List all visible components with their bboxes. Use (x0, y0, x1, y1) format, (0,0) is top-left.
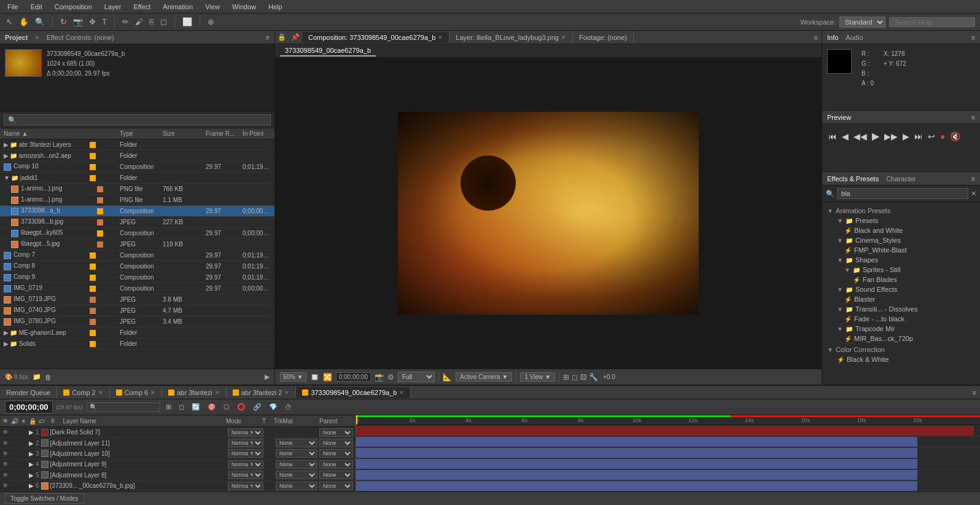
layer4-parent-select[interactable]: None (319, 460, 353, 469)
layer2-expand-icon[interactable]: ▶ (29, 440, 34, 447)
table-row[interactable]: Comp 8 Composition 29.97 0;01;19;29 (0, 261, 274, 272)
workspace-select[interactable]: Standard (839, 17, 885, 28)
layer3-parent-select[interactable]: None (319, 449, 353, 458)
pan-tool[interactable]: ✥ (88, 16, 97, 28)
layer1-visibility-icon[interactable]: 👁 (2, 429, 9, 436)
layer5-trkmat-select[interactable]: None (276, 471, 317, 479)
layer3-visibility-icon[interactable]: 👁 (2, 450, 9, 457)
preview-prev-btn[interactable]: ◀◀ (852, 130, 868, 143)
layer1-expand-icon[interactable]: ▶ (29, 429, 34, 436)
layer4-mode-select[interactable]: Norma ▼ (228, 460, 263, 469)
grid-toggle[interactable]: ⊞ (563, 373, 569, 382)
timeline-tool-9[interactable]: ⏱ (283, 403, 294, 412)
layer-row-1[interactable]: 👁 ▶ 1 [Dark Red Solid 7] Norma ▼ None (0, 427, 356, 437)
shape-tool[interactable]: ⬜ (181, 16, 193, 28)
layer5-mode-select[interactable]: Norma ▼ (228, 471, 263, 479)
timeline-panel-menu[interactable]: ≡ (969, 387, 980, 398)
layer6-parent-select[interactable]: None (319, 482, 353, 490)
layer2-mode-select[interactable]: Norma ▼ (228, 439, 263, 447)
table-row[interactable]: Comp 9 Composition 29.97 0;01;19;29 (0, 272, 274, 283)
timeline-search-input[interactable] (87, 402, 160, 412)
preview-mute-btn[interactable]: 🔇 (949, 130, 962, 143)
layer6-expand-icon[interactable]: ▶ (29, 482, 34, 489)
layer-row-4[interactable]: 👁 ▶ 4 [Adjustment Layer 9] Norma ▼ None … (0, 460, 356, 470)
layer2-visibility-icon[interactable]: 👁 (2, 440, 9, 447)
character-tab[interactable]: Character (886, 175, 916, 182)
color-black-white-item[interactable]: ⚡ Black & White (822, 354, 980, 364)
comp-tab-footage[interactable]: Footage: (none) (573, 32, 634, 43)
menu-help[interactable]: Help (266, 2, 285, 12)
layer6-visibility-icon[interactable]: 👁 (2, 482, 9, 489)
panel-menu-icon[interactable]: ≡ (266, 34, 270, 41)
timeline-tool-1[interactable]: ⊞ (164, 402, 173, 412)
layer4-trkmat-select[interactable]: None (276, 460, 317, 469)
layer5-visibility-icon[interactable]: 👁 (2, 472, 9, 479)
comp-tab-close[interactable]: ✕ (438, 34, 443, 41)
info-panel-menu[interactable]: ≡ (971, 34, 975, 41)
quality-select[interactable]: Full Half Quarter (398, 372, 435, 382)
track-bar-2[interactable] (356, 436, 980, 447)
table-row[interactable]: IMG_0719 Composition 29.97 0;00;00;00 (0, 283, 274, 294)
timeline-tool-7[interactable]: 🔗 (251, 402, 263, 412)
timeline-tab-comp2[interactable]: Comp 2 ✕ (57, 387, 110, 398)
mir-item[interactable]: ⚡ MIR_Bas...ck_720p (822, 334, 980, 343)
table-row[interactable]: ▶📁 Solids Folder (0, 339, 274, 350)
fan-blades-item[interactable]: ⚡ Fan Blades (822, 275, 980, 284)
text-tool[interactable]: T (101, 16, 108, 28)
blaster-item[interactable]: ⚡ Blaster (822, 294, 980, 304)
rotate-tool[interactable]: ↻ (59, 16, 68, 28)
main-comp-tab-close[interactable]: ✕ (399, 390, 404, 396)
table-row[interactable]: 6taegpt...5.jpg JPEG 119 KB (0, 239, 274, 250)
layer4-expand-icon[interactable]: ▶ (29, 461, 34, 468)
preview-loop-btn[interactable]: ↩ (927, 130, 936, 143)
table-row[interactable]: IMG_0740.JPG JPEG 4.7 MB (0, 305, 274, 316)
menu-layer[interactable]: Layer (102, 2, 124, 12)
black-and-white-item[interactable]: ⚡ Black and White (822, 225, 980, 235)
camera-tool[interactable]: 📷 (72, 16, 84, 28)
effects-search-clear-btn[interactable]: ✕ (971, 190, 976, 198)
eraser-tool[interactable]: ◻ (159, 16, 168, 28)
3d-toggle[interactable]: ⚄ (580, 373, 586, 382)
timeline-timecode[interactable]: 0;00;00;00 (5, 401, 53, 413)
layer2-trkmat-select[interactable]: None (276, 439, 317, 447)
track-bar-3[interactable] (356, 447, 980, 458)
effects-presets-tab[interactable]: Effects & Presets (827, 175, 879, 182)
layer3-expand-icon[interactable]: ▶ (29, 450, 34, 457)
table-row[interactable]: Comp 7 Composition 29.97 0;01;19;29 (0, 250, 274, 261)
zoom-dropdown[interactable]: 50% ▼ (280, 372, 306, 382)
layer-row-3[interactable]: 👁 ▶ 3 [Adjustment Layer 10] Norma ▼ None… (0, 448, 356, 459)
fade-to-black-item[interactable]: ⚡ Fade - ...to black (822, 314, 980, 324)
hand-tool[interactable]: ✋ (18, 16, 30, 28)
layer6-trkmat-select[interactable]: None (276, 482, 317, 490)
timeline-tool-2[interactable]: ◻ (177, 402, 186, 412)
timeline-tool-8[interactable]: 💎 (267, 402, 279, 412)
layer-row-6[interactable]: 👁 ▶ 6 [373309... _00cae6279a_b.jpg] Norm… (0, 481, 356, 491)
transitions-dissolves-folder[interactable]: ▼ 📁 Transiti... - Dissolves (822, 304, 980, 314)
preview-panel-menu[interactable]: ≡ (971, 114, 975, 121)
table-row[interactable]: Comp 10 Composition 29.97 0;01;19;29 (0, 162, 274, 173)
menu-composition[interactable]: Composition (52, 2, 95, 12)
timeline-tool-4[interactable]: 🎯 (206, 402, 218, 412)
animation-presets-header[interactable]: ▼ Animation Presets (822, 206, 980, 216)
track-bar-4[interactable] (356, 458, 980, 469)
snapshot-btn[interactable]: 📸 (375, 373, 384, 382)
abr3fantezi-tab-close[interactable]: ✕ (215, 390, 220, 396)
search-help-input[interactable] (889, 17, 975, 27)
table-row[interactable]: 1-animo...).png PNG file 766 KB (0, 184, 274, 195)
active-camera-button[interactable]: Active Camera ▼ (456, 372, 512, 382)
table-row[interactable]: IMG_0780.JPG JPEG 3.4 MB (0, 316, 274, 327)
puppet-tool[interactable]: ⊕ (206, 16, 216, 28)
timeline-tool-6[interactable]: ⭕ (235, 402, 247, 412)
effects-search-input[interactable] (837, 188, 968, 199)
viewer-ctrl-icon-4[interactable]: 📐 (443, 373, 452, 382)
menu-view[interactable]: View (203, 2, 222, 12)
table-row[interactable]: ▶📁 ME-ghanon1.aep Folder (0, 327, 274, 339)
comp6-tab-close[interactable]: ✕ (150, 390, 155, 396)
track-bar-6[interactable] (356, 480, 980, 491)
layer-row-5[interactable]: 👁 ▶ 5 [Adjustment Layer 8] Norma ▼ None … (0, 470, 356, 480)
track-bar-5[interactable] (356, 469, 980, 480)
layer5-parent-select[interactable]: None (319, 471, 353, 479)
table-row[interactable]: 1-animo...).png PNG file 1.1 MB (0, 195, 274, 206)
layer4-visibility-icon[interactable]: 👁 (2, 461, 9, 468)
view-select-button[interactable]: 1 View ▼ (520, 372, 555, 382)
